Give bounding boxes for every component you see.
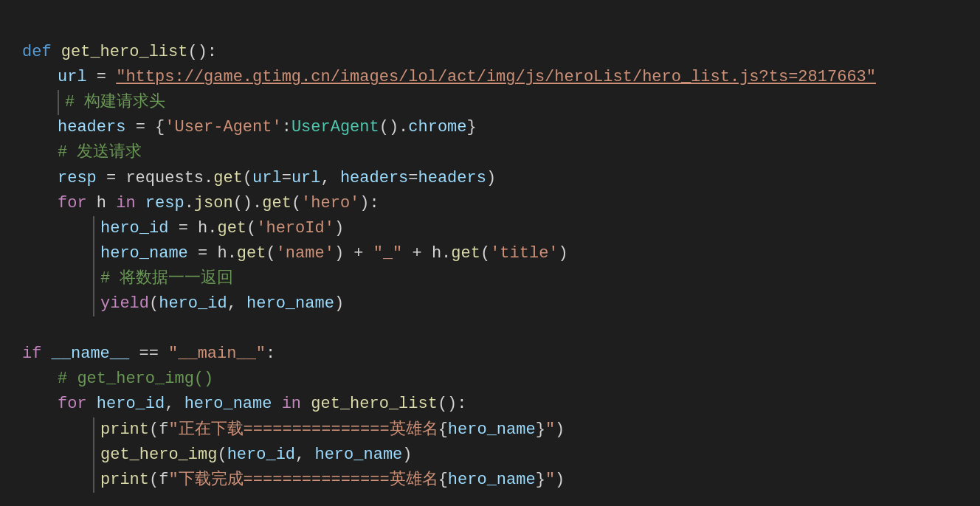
line-7: for h in resp.json().get('hero'): [22, 194, 379, 212]
code-editor: def get_hero_list(): url = "https://game… [22, 15, 958, 493]
line-blank [22, 319, 32, 338]
line-8: hero_id = h.get('heroId') [22, 219, 344, 238]
line-10: # 将数据一一返回 [22, 269, 233, 288]
line-15: print(f"正在下载===============英雄名{hero_name… [22, 420, 565, 439]
line-12: if __name__ == "__main__": [22, 344, 275, 363]
line-1: def get_hero_list(): [22, 43, 217, 61]
line-5: # 发送请求 [22, 143, 142, 162]
line-4: headers = {'User-Agent':UserAgent().chro… [22, 118, 477, 136]
line-16: get_hero_img(hero_id, hero_name) [22, 446, 413, 464]
line-6: resp = requests.get(url=url, headers=hea… [22, 169, 496, 187]
line-14: for hero_id, hero_name in get_hero_list(… [22, 395, 467, 413]
line-11: yield(hero_id, hero_name) [22, 294, 344, 313]
line-17: print(f"下载完成===============英雄名{hero_name… [22, 471, 565, 489]
line-9: hero_name = h.get('name') + "_" + h.get(… [22, 244, 568, 263]
line-13: # get_hero_img() [22, 370, 213, 388]
line-3: # 构建请求头 [22, 93, 165, 111]
line-2: url = "https://game.gtimg.cn/images/lol/… [22, 68, 876, 86]
